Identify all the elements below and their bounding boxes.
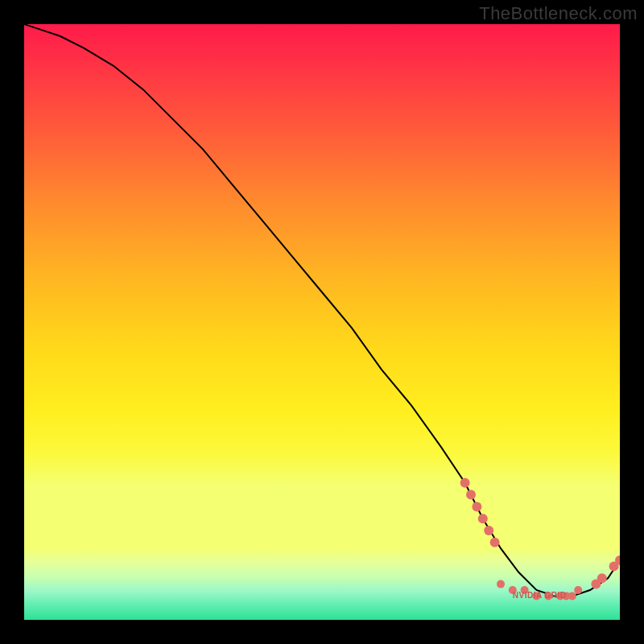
heatmap-gradient-lower: [24, 548, 620, 620]
heatmap-gradient-upper: [24, 24, 620, 548]
plot-area: NVIDIA GRID: [24, 24, 620, 620]
watermark-text: TheBottleneck.com: [479, 3, 638, 24]
chart-frame: TheBottleneck.com NVIDIA GRID: [0, 0, 644, 644]
